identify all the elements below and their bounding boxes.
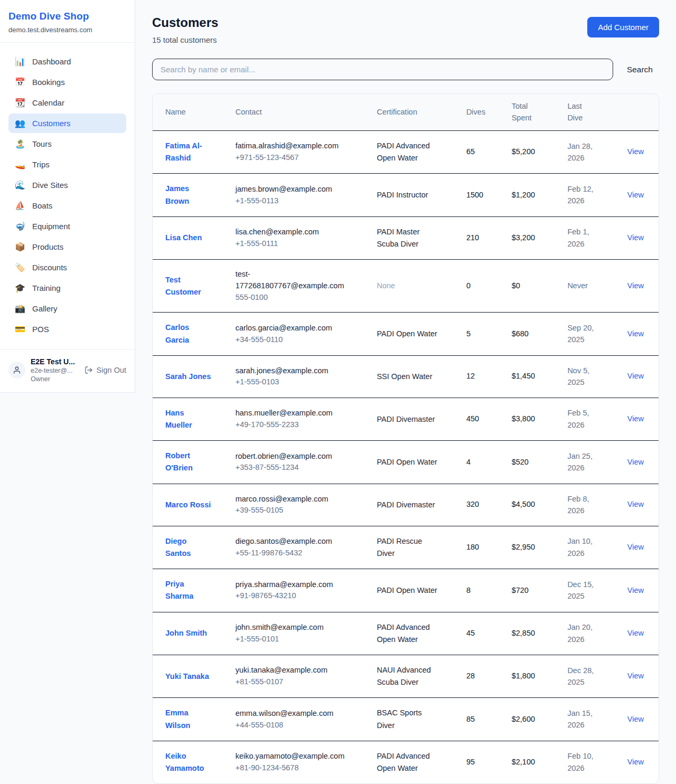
customer-last-dive: Jan 28, 2026 — [567, 140, 601, 164]
customer-count: 15 total customers — [152, 35, 218, 44]
customer-email: lisa.chen@example.com — [236, 226, 352, 238]
customer-email: priya.sharma@example.com — [236, 579, 352, 591]
sidebar-item-tours[interactable]: 🏝️ Tours — [8, 134, 126, 154]
sidebar-item-dive-sites[interactable]: 🌊 Dive Sites — [8, 175, 126, 195]
sidebar-item-customers[interactable]: 👥 Customers — [8, 114, 126, 133]
training-icon: 🎓 — [15, 284, 25, 292]
dashboard-icon: 📊 — [15, 58, 25, 66]
view-customer-link[interactable]: View — [627, 672, 644, 680]
search-bar: Search — [152, 59, 659, 80]
customer-phone: +49-170-555-2233 — [236, 419, 352, 431]
sign-out-label: Sign Out — [97, 366, 126, 374]
customer-name-link[interactable]: Diego Santos — [165, 535, 212, 560]
customer-name-link[interactable]: Carlos Garcia — [165, 322, 212, 346]
customer-name-link[interactable]: Test Customer — [165, 274, 212, 298]
customer-total-spent: $3,200 — [505, 216, 561, 259]
sign-out-button[interactable]: Sign Out — [84, 366, 126, 374]
calendar-icon: 📆 — [15, 99, 25, 107]
customer-last-dive: Jan 25, 2026 — [567, 450, 601, 474]
view-customer-link[interactable]: View — [627, 414, 644, 423]
column-header-total-spent: Total Spent — [505, 94, 561, 130]
column-header-certification: Certification — [370, 94, 459, 130]
page-title: Customers — [152, 15, 218, 30]
customer-email: john.smith@example.com — [236, 622, 352, 634]
customer-name-link[interactable]: Lisa Chen — [165, 232, 202, 244]
customer-total-spent: $2,100 — [505, 741, 561, 783]
table-row: Test Customer test-1772681807767@example… — [153, 260, 659, 313]
customer-phone: +971-55-123-4567 — [236, 152, 352, 164]
customer-phone: +39-555-0105 — [236, 505, 352, 516]
view-customer-link[interactable]: View — [627, 329, 644, 338]
view-customer-link[interactable]: View — [627, 543, 644, 551]
view-customer-link[interactable]: View — [627, 715, 644, 723]
sidebar-item-dashboard[interactable]: 📊 Dashboard — [8, 52, 126, 71]
sidebar-item-pos[interactable]: 💳 POS — [8, 319, 126, 339]
customer-certification: PADI Divemaster — [377, 499, 435, 511]
sidebar-item-label: Calendar — [32, 98, 64, 107]
sidebar-item-discounts[interactable]: 🏷️ Discounts — [8, 258, 126, 277]
pos-icon: 💳 — [15, 325, 25, 334]
column-header-last-dive: Last Dive — [561, 94, 617, 130]
customers-table-card: Name Contact Certification Dives Total S… — [152, 93, 659, 784]
table-row: Hans Mueller hans.mueller@example.com +4… — [153, 398, 659, 440]
customer-certification: PADI Divemaster — [377, 413, 435, 426]
customer-email: carlos.garcia@example.com — [236, 323, 352, 334]
sidebar-item-trips[interactable]: 🚤 Trips — [8, 155, 126, 174]
table-row: Marco Rossi marco.rossi@example.com +39-… — [153, 484, 659, 526]
customer-dives: 450 — [460, 398, 505, 440]
sidebar-item-label: POS — [32, 325, 49, 334]
view-customer-link[interactable]: View — [627, 586, 644, 594]
sidebar-item-products[interactable]: 📦 Products — [8, 237, 126, 257]
customer-name-link[interactable]: Keiko Yamamoto — [165, 750, 212, 774]
view-customer-link[interactable]: View — [627, 758, 644, 766]
table-row: Keiko Yamamoto keiko.yamamoto@example.co… — [153, 741, 659, 783]
search-input[interactable] — [152, 59, 613, 80]
customer-dives: 12 — [460, 355, 505, 398]
search-button[interactable]: Search — [621, 60, 659, 80]
sidebar-item-calendar[interactable]: 📆 Calendar — [8, 93, 126, 112]
user-email: e2e-tester@... — [31, 367, 79, 374]
customer-name-link[interactable]: James Brown — [165, 183, 212, 207]
sidebar-item-label: Equipment — [32, 222, 70, 231]
customer-email: hans.mueller@example.com — [236, 408, 352, 419]
customer-name-link[interactable]: Sarah Jones — [165, 371, 211, 383]
customer-dives: 85 — [460, 698, 505, 741]
view-customer-link[interactable]: View — [627, 500, 644, 508]
customer-last-dive: Sep 20, 2025 — [567, 322, 601, 346]
customer-name-link[interactable]: Priya Sharma — [165, 578, 212, 602]
view-customer-link[interactable]: View — [627, 458, 644, 466]
view-customer-link[interactable]: View — [627, 372, 644, 380]
sidebar-item-label: Gallery — [32, 304, 58, 313]
customer-name-link[interactable]: Hans Mueller — [165, 407, 212, 431]
view-customer-link[interactable]: View — [627, 233, 644, 242]
gallery-icon: 📸 — [15, 305, 25, 313]
customer-name-link[interactable]: Yuki Tanaka — [165, 670, 209, 683]
sidebar-item-boats[interactable]: ⛵ Boats — [8, 196, 126, 215]
customer-phone: +44-555-0108 — [236, 720, 352, 731]
customer-name-link[interactable]: Fatima Al-Rashid — [165, 140, 212, 164]
sidebar-item-equipment[interactable]: 🤿 Equipment — [8, 216, 126, 236]
table-row: Yuki Tanaka yuki.tanaka@example.com +81-… — [153, 655, 659, 698]
customer-phone: +81-555-0107 — [236, 676, 352, 688]
customer-name-link[interactable]: John Smith — [165, 627, 207, 639]
view-customer-link[interactable]: View — [627, 147, 644, 156]
customers-table-body: Fatima Al-Rashid fatima.alrashid@example… — [153, 130, 659, 783]
products-icon: 📦 — [15, 243, 25, 251]
user-name: E2E Test U... — [31, 357, 79, 366]
sidebar-item-training[interactable]: 🎓 Training — [8, 278, 126, 298]
customer-dives: 0 — [460, 260, 505, 313]
customer-name-link[interactable]: Emma Wilson — [165, 707, 212, 731]
view-customer-link[interactable]: View — [627, 281, 644, 290]
sidebar-item-gallery[interactable]: 📸 Gallery — [8, 299, 126, 318]
view-customer-link[interactable]: View — [627, 629, 644, 637]
dive-sites-icon: 🌊 — [15, 181, 25, 190]
customer-last-dive: Nov 5, 2025 — [567, 365, 601, 389]
view-customer-link[interactable]: View — [627, 191, 644, 199]
customer-name-link[interactable]: Marco Rossi — [165, 499, 211, 511]
sidebar-item-bookings[interactable]: 📅 Bookings — [8, 72, 126, 92]
sidebar-header: Demo Dive Shop demo.test.divestreams.com — [0, 0, 135, 43]
customer-name-link[interactable]: Robert O'Brien — [165, 450, 212, 474]
user-section: E2E Test U... e2e-tester@... Owner Sign … — [0, 349, 135, 392]
add-customer-button[interactable]: Add Customer — [587, 17, 659, 37]
sidebar-nav: 📊 Dashboard 📅 Bookings 📆 Calendar 👥 Cust… — [0, 43, 135, 349]
